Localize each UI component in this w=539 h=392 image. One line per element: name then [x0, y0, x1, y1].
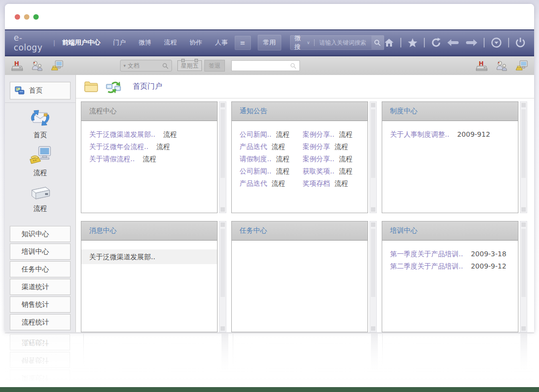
scrollbar-up-button[interactable] [371, 222, 375, 227]
calendar-widget[interactable]: 星期五 [177, 60, 202, 71]
quick-access-button[interactable]: 常用 [258, 35, 281, 50]
item-link[interactable]: 公司新闻.. [240, 165, 271, 177]
panel-header[interactable]: 流程中心 [81, 102, 217, 121]
scrollbar-track[interactable] [520, 179, 527, 206]
scrollbar-thumb[interactable] [220, 109, 225, 178]
nav-item-workflow[interactable]: 流程 [164, 38, 177, 47]
refresh-icon[interactable] [431, 38, 441, 48]
item-link[interactable]: 关于人事制度调整.. [390, 128, 449, 141]
panel-scrollbar[interactable] [219, 101, 226, 213]
message-row[interactable]: 关于泛微渠道发展部.. [81, 249, 217, 264]
sidebar-item-workflow-stats[interactable]: 流程统计 [10, 314, 71, 330]
item-link[interactable]: 产品迭代 [240, 141, 267, 153]
nav-item-hr[interactable]: 人事 [215, 38, 228, 47]
panel-scrollbar[interactable] [520, 221, 527, 333]
users-icon[interactable] [495, 60, 508, 72]
computer-icon[interactable] [51, 60, 64, 72]
sidebar-item-task-center[interactable]: 任务中心 [10, 261, 71, 277]
scrollbar-track[interactable] [370, 298, 376, 325]
hamburger-menu-button[interactable]: ≡ [235, 36, 251, 50]
scrollbar-down-button[interactable] [521, 326, 526, 331]
signout-button[interactable]: 签退 [204, 60, 225, 72]
nav-item-portal[interactable]: 门户 [113, 38, 126, 47]
scrollbar-down-button[interactable] [521, 207, 526, 212]
nav-item-collaboration[interactable]: 协作 [190, 38, 202, 47]
nav-item-front-user-center[interactable]: 前端用户中心 [62, 38, 100, 47]
scrollbar-down-button[interactable] [371, 326, 375, 331]
scrollbar-up-button[interactable] [220, 222, 225, 227]
item-link[interactable]: 奖项存档 [303, 177, 330, 190]
item-link[interactable]: 案例分享.. [303, 128, 335, 141]
panel-header[interactable]: 任务中心 [232, 221, 368, 241]
item-link[interactable]: 第一季度关于产品培训.. [390, 248, 463, 260]
sync-computers-icon[interactable] [106, 80, 122, 93]
close-window-button[interactable] [15, 14, 20, 20]
scrollbar-track[interactable] [220, 298, 226, 325]
sidebar-item-knowledge-center[interactable]: 知识中心 [10, 226, 71, 242]
search-submit-button[interactable] [371, 36, 384, 49]
panel-header[interactable]: 消息中心 [81, 221, 217, 241]
scrollbar-track[interactable] [370, 179, 376, 206]
hdrive-h-icon[interactable]: H [475, 60, 488, 72]
minimize-window-button[interactable] [24, 14, 29, 20]
back-icon[interactable] [447, 39, 459, 46]
dropdown-circle-icon[interactable] [491, 37, 502, 48]
folder-icon[interactable] [84, 81, 98, 93]
scrollbar-up-button[interactable] [220, 103, 225, 107]
scrollbar-down-button[interactable] [220, 207, 225, 212]
panel-header[interactable]: 培训中心 [382, 221, 518, 241]
scrollbar-track[interactable] [220, 179, 226, 206]
sidebar-shortcut-workflow-drive[interactable]: 流程 [29, 183, 51, 213]
scrollbar-thumb[interactable] [220, 229, 225, 297]
forward-icon[interactable] [466, 39, 477, 46]
scrollbar-thumb[interactable] [521, 229, 526, 297]
item-link[interactable]: 请假制度.. [240, 153, 271, 165]
item-link[interactable]: 案例分享.. [303, 153, 335, 165]
sidebar-shortcut-workflow[interactable]: 流程 [29, 146, 51, 177]
panel-list-item: 案例分享..流程 [303, 128, 364, 141]
panel-scrollbar[interactable] [520, 101, 527, 213]
nav-item-weibo[interactable]: 微博 [139, 38, 151, 47]
scrollbar-track[interactable] [520, 298, 527, 325]
scrollbar-up-button[interactable] [521, 103, 526, 107]
scrollbar-thumb[interactable] [371, 229, 375, 297]
scrollbar-down-button[interactable] [220, 326, 225, 331]
item-link[interactable]: 关于请假流程.. [89, 153, 135, 165]
home-icon[interactable] [384, 38, 394, 47]
panel-header[interactable]: 通知公告 [232, 102, 368, 121]
panel-scrollbar[interactable] [219, 221, 226, 333]
calendar-day-label: 星期五 [181, 62, 198, 70]
document-search-box[interactable]: ▾文档 [120, 60, 172, 72]
toolbar-search-input[interactable] [235, 62, 290, 70]
hdrive-h-icon[interactable]: H [11, 60, 24, 72]
scrollbar-thumb[interactable] [521, 109, 526, 178]
computer-icon[interactable] [515, 60, 528, 72]
power-icon[interactable] [515, 38, 525, 48]
search-placeholder[interactable]: 请输入关键词搜索 [315, 39, 371, 47]
scrollbar-up-button[interactable] [371, 103, 375, 107]
scrollbar-up-button[interactable] [521, 222, 526, 227]
window-reflection: 流程统计销售统计渠道统计 [5, 333, 534, 387]
item-link[interactable]: 第二季度关于产品培训.. [390, 260, 463, 272]
star-icon[interactable] [408, 38, 417, 48]
sidebar-item-channel-stats[interactable]: 渠道统计 [10, 279, 71, 295]
panel-scrollbar[interactable] [369, 101, 377, 213]
item-link[interactable]: 产品迭代 [240, 177, 267, 190]
zoom-window-button[interactable] [33, 14, 39, 20]
users-icon[interactable] [31, 60, 44, 72]
search-scope-dropdown[interactable]: 微搜∨ [291, 34, 314, 51]
scrollbar-thumb[interactable] [371, 109, 375, 178]
item-link[interactable]: 关于泛微年会流程.. [89, 141, 148, 153]
item-link[interactable]: 获取奖项.. [303, 165, 335, 177]
item-link[interactable]: 关于泛微渠道发展部.. [89, 128, 155, 141]
sidebar-shortcut-home[interactable]: 首页 [29, 108, 51, 140]
item-link[interactable]: 公司新闻.. [240, 128, 271, 141]
sidebar-item-sales-stats[interactable]: 销售统计 [10, 296, 71, 313]
panel-scrollbar[interactable] [369, 221, 377, 333]
sidebar-item-training-center[interactable]: 培训中心 [10, 244, 71, 260]
item-link[interactable]: 案例分享 [303, 141, 330, 153]
scrollbar-down-button[interactable] [371, 207, 375, 212]
panel-box: 流程中心关于泛微渠道发展部..流程关于泛微年会流程..流程关于请假流程..流程 [81, 101, 218, 213]
panel-header[interactable]: 制度中心 [382, 102, 518, 121]
sidebar-header-home[interactable]: 首页 [10, 82, 71, 99]
